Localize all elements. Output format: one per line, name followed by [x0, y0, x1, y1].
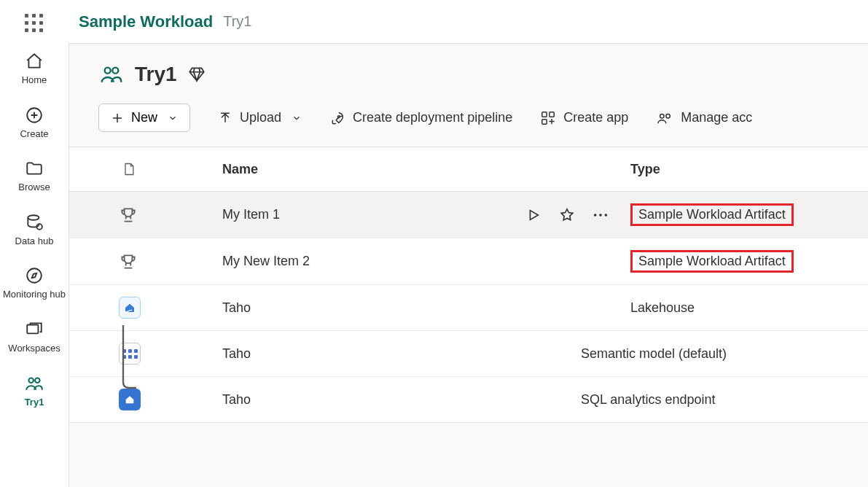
item-type: Lakehouse	[630, 300, 695, 315]
tree-connector-icon	[119, 325, 139, 391]
svg-point-14	[666, 114, 670, 118]
app-icon	[540, 110, 556, 126]
svg-point-3	[27, 269, 42, 284]
svg-rect-12	[542, 119, 547, 123]
top-breadcrumb: Sample Workload Try1	[69, 0, 868, 44]
compass-icon	[24, 265, 44, 286]
rocket-icon	[329, 110, 345, 126]
home-icon	[24, 51, 44, 71]
upload-icon	[218, 111, 232, 125]
nav-datahub[interactable]: Data hub	[0, 208, 69, 252]
pipeline-label: Create deployment pipeline	[353, 110, 512, 125]
svg-rect-10	[542, 112, 547, 116]
upload-button[interactable]: Upload	[218, 110, 302, 125]
manage-access-button[interactable]: Manage acc	[656, 110, 752, 126]
people-icon	[656, 110, 673, 126]
sql-endpoint-icon	[119, 389, 141, 410]
nav-monitoring-label: Monitoring hub	[3, 289, 66, 300]
new-button[interactable]: New	[98, 104, 190, 132]
svg-point-16	[599, 214, 602, 217]
nav-workspaces[interactable]: Workspaces	[0, 315, 69, 359]
create-pipeline-button[interactable]: Create deployment pipeline	[329, 110, 512, 126]
workspace-title: Try1	[135, 63, 177, 86]
trophy-icon	[119, 206, 138, 225]
svg-rect-18	[128, 400, 129, 402]
svg-point-5	[28, 378, 34, 383]
item-name: My New Item 2	[222, 254, 310, 269]
item-name: My Item 1	[222, 207, 280, 222]
file-icon	[122, 160, 136, 178]
table-row[interactable]: Taho Semantic model (default)	[69, 331, 868, 377]
svg-point-9	[338, 115, 340, 117]
diamond-icon[interactable]	[187, 65, 206, 84]
nav-current-label: Try1	[25, 397, 44, 408]
createapp-label: Create app	[563, 110, 628, 125]
column-name-header[interactable]: Name	[222, 162, 630, 177]
trophy-icon	[119, 252, 138, 271]
nav-browse[interactable]: Browse	[0, 154, 69, 198]
people-icon	[24, 373, 44, 394]
table-row[interactable]: Taho Lakehouse	[69, 285, 868, 331]
manageaccess-label: Manage acc	[681, 110, 752, 125]
svg-rect-4	[27, 324, 38, 333]
nav-browse-label: Browse	[18, 182, 50, 193]
new-button-label: New	[131, 110, 157, 125]
database-icon	[24, 212, 44, 233]
column-type-header[interactable]: Type	[630, 162, 660, 177]
lakehouse-icon	[119, 297, 141, 319]
nav-home[interactable]: Home	[0, 47, 69, 90]
folder-icon	[24, 158, 44, 179]
svg-point-8	[112, 68, 118, 74]
item-name: Taho	[222, 300, 251, 316]
breadcrumb-workspace[interactable]: Try1	[223, 13, 251, 30]
nav-workspaces-label: Workspaces	[8, 343, 60, 354]
table-row[interactable]: My New Item 2 Sample Workload Artifact	[69, 238, 868, 285]
waffle-icon[interactable]	[24, 13, 44, 34]
plus-circle-icon	[24, 105, 44, 125]
left-nav: Home Create Browse Data hub Monitoring h	[0, 0, 69, 487]
create-app-button[interactable]: Create app	[540, 110, 628, 126]
svg-point-17	[605, 214, 608, 217]
svg-point-6	[35, 378, 40, 383]
svg-rect-19	[130, 400, 132, 402]
table-header: Name Type	[69, 147, 868, 192]
item-name: Taho	[222, 346, 251, 362]
item-type: Sample Workload Artifact	[630, 250, 794, 273]
item-type: Sample Workload Artifact	[630, 203, 794, 226]
people-icon	[98, 63, 125, 86]
main-area: Sample Workload Try1 Try1 New	[69, 0, 868, 487]
upload-label: Upload	[240, 110, 281, 125]
nav-current-workspace[interactable]: Try1	[0, 369, 69, 413]
table-row[interactable]: Taho SQL analytics endpoint	[69, 377, 868, 423]
svg-point-1	[28, 215, 39, 220]
chevron-down-icon	[168, 113, 178, 123]
chevron-down-icon	[292, 113, 302, 123]
nav-create-label: Create	[20, 128, 48, 140]
breadcrumb-app[interactable]: Sample Workload	[79, 12, 213, 31]
svg-point-7	[105, 68, 111, 74]
workspaces-icon	[24, 319, 44, 340]
workspace-toolbar: New Upload Create deployment pipeline Cr…	[69, 104, 868, 147]
item-type: SQL analytics endpoint	[581, 392, 715, 407]
more-icon[interactable]	[593, 212, 609, 218]
item-type: Semantic model (default)	[581, 346, 727, 361]
play-icon[interactable]	[525, 207, 541, 223]
svg-rect-11	[550, 112, 554, 116]
svg-point-15	[594, 214, 597, 217]
item-name: Taho	[222, 392, 251, 408]
nav-monitoring[interactable]: Monitoring hub	[0, 261, 69, 305]
nav-datahub-label: Data hub	[15, 235, 54, 247]
nav-create[interactable]: Create	[0, 101, 69, 144]
workspace-content: Try1 New Upload Create dep	[69, 44, 868, 487]
star-icon[interactable]	[559, 207, 575, 223]
nav-home-label: Home	[22, 74, 47, 86]
svg-point-13	[660, 114, 665, 118]
workspace-header: Try1	[69, 58, 868, 104]
table-row[interactable]: My Item 1 Sample Workload Artifact	[69, 192, 868, 238]
